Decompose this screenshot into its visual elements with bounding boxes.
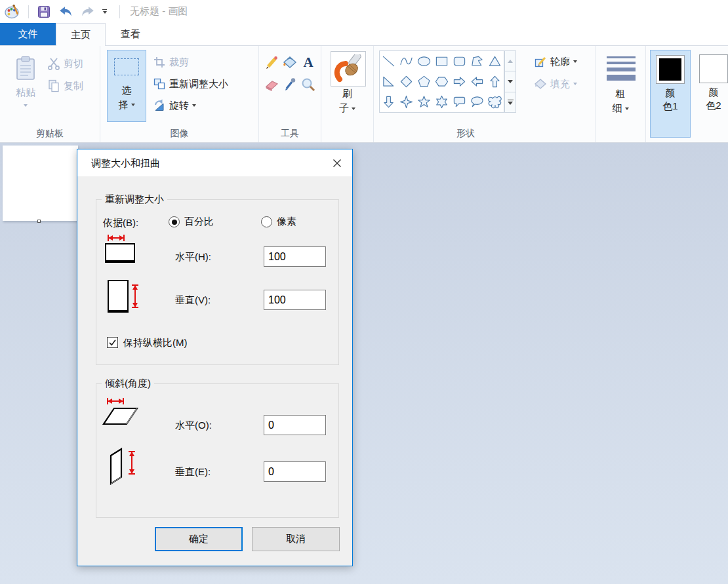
image-group: 选 择 裁剪 重新调整大小	[100, 46, 259, 142]
cut-icon	[47, 56, 60, 71]
color-picker-icon	[282, 77, 298, 92]
shape-rounded-rectangle-icon[interactable]	[451, 51, 468, 71]
redo-button[interactable]	[77, 2, 99, 22]
shape-star-5-icon[interactable]	[415, 92, 433, 112]
resize-section-legend: 重新调整大小	[102, 193, 167, 206]
radio-percent[interactable]: 百分比	[169, 216, 214, 228]
tab-home[interactable]: 主页	[56, 23, 106, 46]
undo-icon	[58, 5, 73, 19]
canvas-resize-handle-bottom[interactable]	[37, 220, 41, 223]
color2-button[interactable]: 颜 色2	[693, 50, 728, 138]
crop-button[interactable]: 裁剪	[153, 54, 189, 71]
paste-label: 粘贴	[16, 87, 35, 99]
resize-section: 重新调整大小 依据(B): 百分比 像素	[96, 199, 339, 365]
shape-fill-button[interactable]: 填充	[534, 75, 577, 92]
text-tool[interactable]: A	[300, 54, 317, 71]
shape-arrow-down-icon[interactable]	[380, 92, 397, 112]
magnifier-tool[interactable]	[300, 76, 317, 93]
color-picker-tool[interactable]	[281, 76, 298, 93]
cancel-button[interactable]: 取消	[252, 527, 340, 551]
fill-tool[interactable]	[281, 54, 298, 71]
horizontal-resize-input[interactable]	[264, 246, 326, 267]
outline-button[interactable]: 轮廓	[534, 53, 577, 70]
resize-button[interactable]: 重新调整大小	[153, 75, 228, 92]
brushes-label-1: 刷	[321, 88, 373, 100]
dialog-close-button[interactable]	[329, 155, 346, 171]
paint-window: 无标题 - 画图 文件 主页 查看 粘贴	[0, 0, 728, 584]
select-label-2: 择	[119, 98, 129, 112]
drawing-canvas[interactable]	[3, 146, 78, 221]
shape-line-icon[interactable]	[380, 51, 397, 71]
shape-polygon-icon[interactable]	[468, 51, 486, 71]
shapes-scroll	[504, 50, 516, 113]
brushes-button[interactable]	[331, 51, 366, 87]
undo-button[interactable]	[54, 2, 77, 22]
cut-label: 剪切	[64, 58, 83, 70]
clipboard-group: 粘贴 剪切 复制 剪贴板	[0, 46, 100, 142]
size-icon	[607, 56, 636, 81]
color2-label-1: 颜	[706, 86, 721, 99]
cut-button[interactable]: 剪切	[47, 55, 83, 72]
qat-menu-button[interactable]	[99, 2, 110, 22]
ribbon: 粘贴 剪切 复制 剪贴板	[0, 46, 728, 143]
brushes-label-2: 子	[321, 102, 373, 115]
shapes-more-button[interactable]	[504, 92, 516, 113]
color1-button[interactable]: 颜 色1	[650, 50, 691, 138]
shape-triangle-icon[interactable]	[486, 51, 504, 71]
copy-button[interactable]: 复制	[47, 77, 83, 94]
pencil-tool[interactable]	[263, 54, 280, 71]
horizontal-skew-input[interactable]	[264, 415, 326, 435]
shape-arrow-left-icon[interactable]	[468, 71, 486, 92]
eraser-tool[interactable]	[263, 76, 280, 93]
dialog-titlebar[interactable]: 调整大小和扭曲	[77, 149, 352, 176]
shape-curve-icon[interactable]	[397, 51, 415, 71]
size-label-2: 细	[596, 102, 645, 115]
save-button[interactable]	[33, 2, 54, 22]
paste-button[interactable]: 粘贴	[8, 51, 43, 125]
shape-rectangle-icon[interactable]	[433, 51, 451, 71]
shape-arrow-right-icon[interactable]	[451, 71, 468, 92]
save-icon	[37, 5, 51, 19]
colors-group: 颜 色1 颜 色2	[646, 46, 728, 142]
shape-ellipse-icon[interactable]	[415, 51, 433, 71]
color2-swatch	[702, 58, 725, 80]
resize-label: 重新调整大小	[169, 78, 228, 90]
shape-hexagon-icon[interactable]	[433, 71, 451, 92]
color1-label-2: 色1	[662, 100, 677, 113]
shape-fill-dropdown-icon	[573, 83, 577, 85]
shapes-scroll-down-button[interactable]	[504, 71, 516, 92]
shape-callout-cloud-icon[interactable]	[486, 92, 504, 112]
shape-pentagon-icon[interactable]	[415, 71, 433, 92]
brush-icon	[334, 54, 363, 83]
skew-section: 倾斜(角度) 水平(O):	[96, 383, 339, 518]
shape-callout-rounded-icon[interactable]	[451, 92, 468, 112]
shapes-group: 轮廓 填充 形状	[374, 46, 596, 142]
paste-dropdown-icon	[24, 104, 28, 107]
ok-button[interactable]: 确定	[155, 527, 243, 551]
outline-label: 轮廓	[550, 56, 570, 68]
tab-view[interactable]: 查看	[106, 23, 155, 45]
aspect-ratio-label: 保持纵横比(M)	[123, 337, 188, 349]
tab-file[interactable]: 文件	[0, 23, 56, 45]
color2-swatch-frame	[699, 54, 728, 83]
tools-group-label: 工具	[259, 128, 321, 140]
shape-callout-oval-icon[interactable]	[468, 92, 486, 112]
rotate-button[interactable]: 旋转	[153, 97, 196, 114]
select-label-1: 选	[122, 83, 132, 98]
radio-pixels[interactable]: 像素	[261, 216, 296, 228]
shape-right-triangle-icon[interactable]	[380, 71, 397, 92]
shape-star-6-icon[interactable]	[433, 92, 451, 112]
horizontal-skew-label: 水平(O):	[175, 419, 212, 432]
fill-bucket-icon	[282, 54, 298, 70]
brushes-dropdown-icon	[352, 107, 355, 110]
vertical-resize-input[interactable]	[264, 290, 326, 310]
aspect-ratio-checkbox[interactable]	[107, 337, 118, 348]
vertical-skew-input[interactable]	[264, 461, 326, 482]
shapes-scroll-up-button[interactable]	[504, 50, 516, 71]
magnifier-icon	[300, 77, 316, 92]
shape-arrow-up-icon[interactable]	[486, 71, 504, 92]
shape-star-4-icon[interactable]	[397, 92, 415, 112]
shape-diamond-icon[interactable]	[397, 71, 415, 92]
radio-pixels-circle	[261, 216, 272, 227]
select-button[interactable]: 选 择	[107, 50, 146, 122]
